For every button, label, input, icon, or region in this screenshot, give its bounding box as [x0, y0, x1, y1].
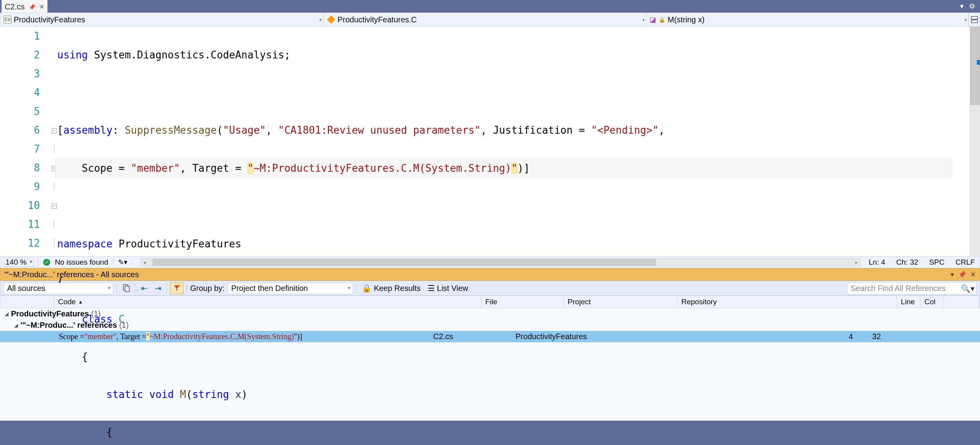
csharp-icon: C#	[4, 16, 11, 24]
tab-overflow-icon[interactable]: ▾	[960, 2, 964, 11]
overview-marker	[977, 60, 980, 65]
tab-bar: C2.cs 📌 ✕ ▾ ⚙	[0, 0, 980, 13]
split-window-button[interactable]	[969, 13, 980, 26]
method-icon: ◪	[650, 15, 656, 24]
nav-member-text: M(string x)	[668, 15, 704, 24]
window-border	[0, 443, 980, 445]
overview-ruler[interactable]	[970, 27, 980, 256]
fold-toggle-icon[interactable]: −	[52, 128, 57, 133]
zoom-combo[interactable]: 140 %	[4, 258, 33, 267]
svg-rect-1	[971, 20, 978, 23]
groupby-combo[interactable]: Project then Definition	[228, 283, 353, 294]
code-content[interactable]: using System.Diagnostics.CodeAnalysis; […	[57, 27, 970, 256]
navigation-bar: C# ProductivityFeatures ▾ 🔶 Productivity…	[0, 13, 980, 27]
line-number-gutter: 123456789101112	[0, 27, 51, 256]
scrollbar-thumb[interactable]	[970, 27, 980, 105]
source-filter-combo[interactable]: All sources	[4, 283, 113, 294]
fold-column[interactable]: − │ − │ − ││	[51, 27, 57, 256]
scroll-right-icon[interactable]: ▸	[853, 259, 860, 266]
expand-icon[interactable]: ◢	[4, 311, 9, 317]
nav-scope-text: ProductivityFeatures	[14, 15, 85, 24]
svg-rect-0	[971, 16, 978, 19]
current-line-highlight: Scope = "member", Target = "~M:Productiv…	[55, 158, 952, 178]
tab-filename: C2.cs	[5, 2, 25, 11]
code-editor[interactable]: 123456789101112 − │ − │ − ││ using Syste…	[0, 27, 980, 256]
titlebar-controls: ▾ ⚙	[960, 2, 978, 11]
close-icon[interactable]: ✕	[39, 3, 44, 11]
gear-icon[interactable]: ⚙	[969, 2, 975, 11]
pin-icon[interactable]: 📌	[29, 4, 35, 10]
nav-type-text: ProductivityFeatures.C	[338, 15, 417, 24]
search-icon[interactable]: 🔍▾	[961, 284, 975, 293]
close-icon[interactable]: ✕	[970, 271, 976, 279]
horizontal-scrollbar[interactable]: ◂ ▸	[140, 258, 861, 266]
search-references-input[interactable]: Search Find All References 🔍▾	[847, 282, 976, 294]
fold-toggle-icon[interactable]: −	[52, 203, 57, 209]
scroll-left-icon[interactable]: ◂	[141, 259, 149, 266]
file-tab[interactable]: C2.cs 📌 ✕	[2, 0, 47, 13]
expand-icon[interactable]: ◢	[13, 322, 19, 328]
check-icon: ✓	[43, 259, 50, 266]
lock-icon: 🔒	[659, 16, 665, 23]
nav-scope-combo[interactable]: C# ProductivityFeatures ▾	[0, 13, 323, 26]
class-icon: 🔶	[327, 15, 335, 24]
nav-type-combo[interactable]: 🔶 ProductivityFeatures.C ▾	[323, 13, 646, 26]
nav-member-combo[interactable]: ◪ 🔒 M(string x) ▾	[646, 13, 969, 26]
scrollbar-thumb[interactable]	[152, 259, 656, 266]
